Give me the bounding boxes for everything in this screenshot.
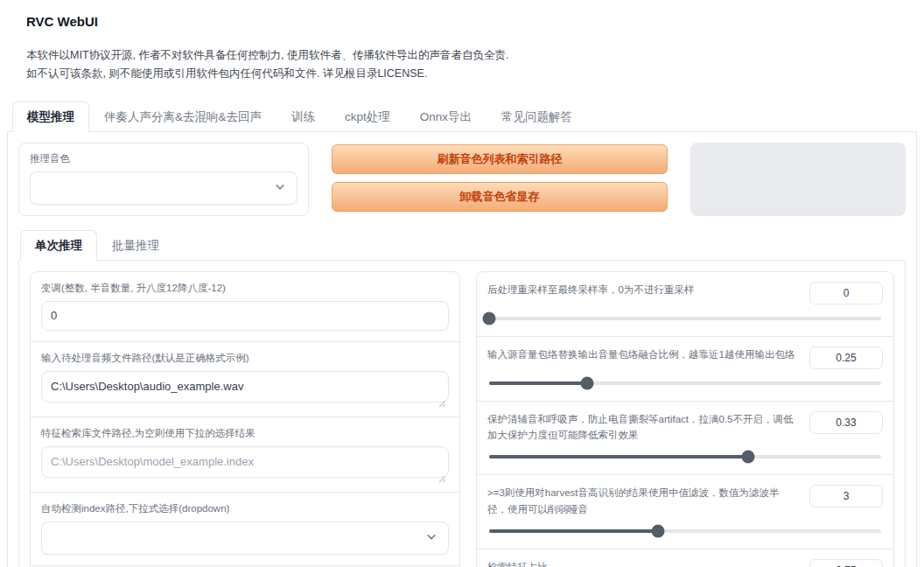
- protect-slider-row: 保护清辅音和呼吸声，防止电音撕裂等artifact，拉满0.5不开启，调低加大保…: [477, 401, 893, 475]
- single-inference-panel: 变调(整数, 半音数量, 升八度12降八度-12) 输入待处理音频文件路径(默认…: [18, 261, 906, 567]
- inference-voice-dropdown[interactable]: [30, 172, 298, 205]
- unload-voice-button[interactable]: 卸载音色省显存: [332, 182, 668, 212]
- page-header: RVC WebUI 本软件以MIT协议开源, 作者不对软件具备任何控制力, 使用…: [0, 0, 924, 88]
- disclaimer-line-1: 本软件以MIT协议开源, 作者不对软件具备任何控制力, 使用软件者、传播软件导出…: [26, 46, 898, 65]
- inference-input-form: 变调(整数, 半音数量, 升八度12降八度-12) 输入待处理音频文件路径(默认…: [30, 271, 460, 567]
- slider-thumb[interactable]: [651, 525, 664, 538]
- pitch-input[interactable]: [41, 301, 449, 331]
- index-rate-slider-label: 检索特征占比: [487, 559, 797, 567]
- refresh-voice-list-button[interactable]: 刷新音色列表和索引路径: [332, 144, 668, 174]
- index-path-input[interactable]: [41, 446, 449, 478]
- index-path-label: 特征检索库文件路径,为空则使用下拉的选择结果: [41, 427, 449, 440]
- tab-model-inference[interactable]: 模型推理: [12, 102, 89, 132]
- voice-row: 推理音色 刷新音色列表和索引路径 卸载音色省显存: [18, 143, 906, 216]
- rms-mix-slider[interactable]: [489, 382, 881, 385]
- pitch-label: 变调(整数, 半音数量, 升八度12降八度-12): [41, 282, 449, 295]
- median-filter-slider-label: >=3则使用对harvest音高识别的结果使用中值滤波，数值为滤波半径，使用可以…: [487, 485, 797, 517]
- rms-mix-slider-row: 输入源音量包络替换输出音量包络融合比例，越靠近1越使用输出包络 0.25: [477, 336, 893, 401]
- tab-ckpt-processing[interactable]: ckpt处理: [330, 102, 405, 132]
- subtab-single-inference[interactable]: 单次推理: [20, 230, 97, 261]
- index-path-field: 特征检索库文件路径,为空则使用下拉的选择结果: [31, 416, 459, 492]
- protect-value-input[interactable]: 0.33: [809, 411, 883, 434]
- slider-thumb[interactable]: [483, 312, 496, 325]
- index-rate-slider-row: 检索特征占比 0.75: [477, 549, 893, 567]
- resize-handle-icon[interactable]: [438, 471, 446, 479]
- protect-slider[interactable]: [489, 455, 881, 458]
- page-title: RVC WebUI: [26, 14, 898, 29]
- rms-mix-value-input[interactable]: 0.25: [809, 346, 883, 369]
- empty-placeholder-block: [690, 143, 906, 216]
- resize-handle-icon[interactable]: [438, 396, 446, 403]
- resample-slider[interactable]: [489, 317, 881, 320]
- index-dropdown[interactable]: [41, 522, 449, 555]
- model-inference-panel: 推理音色 刷新音色列表和索引路径 卸载音色省显存 单次推理 批量推理: [7, 132, 917, 567]
- audio-path-field: 输入待处理音频文件路径(默认是正确格式示例) C:\Users\Desktop\…: [31, 341, 459, 416]
- inference-voice-block: 推理音色: [18, 143, 309, 216]
- main-tabbar: 模型推理 伴奏人声分离&去混响&去回声 训练 ckpt处理 Onnx导出 常见问…: [7, 102, 917, 132]
- inference-subtabbar: 单次推理 批量推理: [18, 230, 906, 261]
- pitch-field: 变调(整数, 半音数量, 升八度12降八度-12): [31, 272, 459, 341]
- subtab-batch-inference[interactable]: 批量推理: [97, 230, 174, 261]
- tab-onnx-export[interactable]: Onnx导出: [405, 102, 486, 132]
- index-dropdown-label: 自动检测index路径,下拉式选择(dropdown): [41, 502, 449, 515]
- median-filter-slider[interactable]: [489, 529, 881, 533]
- inference-left-column: 变调(整数, 半音数量, 升八度12降八度-12) 输入待处理音频文件路径(默认…: [30, 271, 460, 567]
- resample-value-input[interactable]: 0: [809, 282, 883, 304]
- median-filter-slider-row: >=3则使用对harvest音高识别的结果使用中值滤波，数值为滤波半径，使用可以…: [477, 474, 893, 549]
- index-dropdown-field: 自动检测index路径,下拉式选择(dropdown): [31, 492, 459, 565]
- tab-faq[interactable]: 常见问题解答: [486, 102, 587, 132]
- index-rate-value-input[interactable]: 0.75: [809, 559, 883, 567]
- chevron-down-icon: [425, 530, 438, 545]
- resample-slider-row: 后处理重采样至最终采样率，0为不进行重采样 0: [477, 272, 893, 336]
- main-tabs: 模型推理 伴奏人声分离&去混响&去回声 训练 ckpt处理 Onnx导出 常见问…: [7, 102, 917, 567]
- audio-path-label: 输入待处理音频文件路径(默认是正确格式示例): [41, 352, 449, 365]
- protect-slider-label: 保护清辅音和呼吸声，防止电音撕裂等artifact，拉满0.5不开启，调低加大保…: [487, 411, 797, 444]
- slider-thumb[interactable]: [741, 451, 754, 464]
- slider-thumb[interactable]: [581, 376, 594, 389]
- tab-vocal-separation[interactable]: 伴奏人声分离&去混响&去回声: [89, 102, 276, 132]
- inference-voice-label: 推理音色: [30, 152, 298, 165]
- tab-training[interactable]: 训练: [276, 102, 330, 132]
- disclaimer-line-2: 如不认可该条款, 则不能使用或引用软件包内任何代码和文件. 详见根目录LICEN…: [26, 65, 898, 83]
- slider-form: 后处理重采样至最终采样率，0为不进行重采样 0 输入源: [476, 271, 894, 567]
- license-disclaimer: 本软件以MIT协议开源, 作者不对软件具备任何控制力, 使用软件者、传播软件导出…: [26, 46, 898, 84]
- voice-buttons-column: 刷新音色列表和索引路径 卸载音色省显存: [321, 143, 678, 216]
- median-filter-value-input[interactable]: 3: [809, 485, 883, 508]
- chevron-down-icon: [274, 180, 286, 195]
- audio-path-input[interactable]: C:\Users\Desktop\audio_example.wav: [41, 371, 449, 402]
- inference-subtabs: 单次推理 批量推理 变调(整数, 半音数量, 升八度12降八度-12): [18, 230, 906, 567]
- resample-slider-label: 后处理重采样至最终采样率，0为不进行重采样: [487, 282, 797, 298]
- rms-mix-slider-label: 输入源音量包络替换输出音量包络融合比例，越靠近1越使用输出包络: [487, 346, 797, 362]
- inference-right-column: 后处理重采样至最终采样率，0为不进行重采样 0 输入源: [476, 271, 894, 567]
